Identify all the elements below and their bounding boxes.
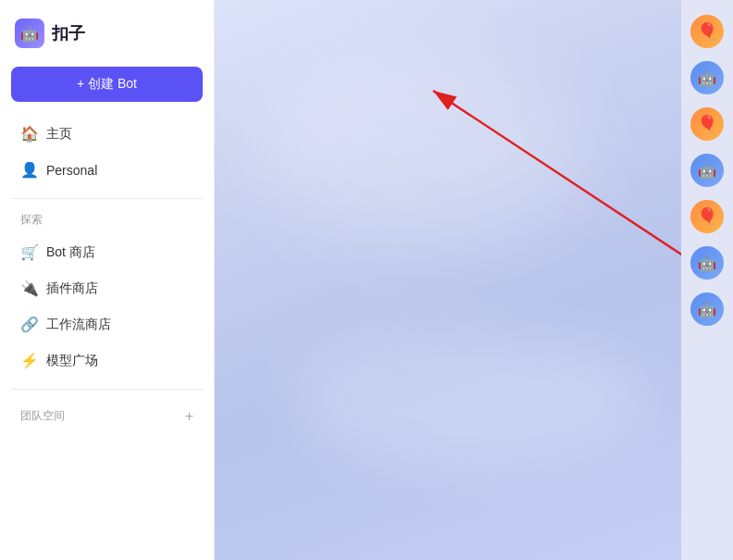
app-name: 扣子 [52, 22, 85, 44]
sidebar-item-personal-label: Personal [46, 163, 97, 178]
explore-section-label: 探索 [11, 208, 203, 231]
avatar-6[interactable]: 🤖 [690, 246, 724, 280]
sidebar-item-home[interactable]: 🏠 主页 [11, 117, 203, 151]
avatar-3[interactable]: 🎈 [690, 107, 724, 141]
main-content [215, 0, 681, 560]
avatar-5[interactable]: 🎈 [690, 200, 724, 233]
sidebar-item-model-plaza[interactable]: ⚡ 模型广场 [11, 343, 203, 378]
plugin-store-icon: 🔌 [20, 280, 39, 297]
sidebar-item-model-plaza-label: 模型广场 [46, 353, 98, 369]
svg-line-1 [433, 91, 681, 259]
sidebar-item-bot-store-label: Bot 商店 [46, 244, 95, 261]
sidebar-item-plugin-store[interactable]: 🔌 插件商店 [11, 271, 203, 305]
workflow-store-icon: 🔗 [20, 316, 39, 333]
right-panel: 🎈 🤖 🎈 🤖 🎈 🤖 🤖 [681, 0, 733, 560]
sidebar-item-workflow-store-label: 工作流商店 [46, 317, 111, 333]
sidebar-item-home-label: 主页 [46, 126, 72, 143]
bot-store-icon: 🛒 [20, 243, 39, 261]
sidebar-item-workflow-store[interactable]: 🔗 工作流商店 [11, 307, 203, 342]
app-logo-icon: 🤖 [15, 19, 44, 48]
avatar-2[interactable]: 🤖 [690, 61, 724, 94]
home-icon: 🏠 [20, 125, 39, 143]
team-space-label: 团队空间 [20, 408, 65, 424]
create-bot-button[interactable]: + 创建 Bot [11, 67, 203, 102]
logo-area: 🤖 扣子 [11, 15, 203, 52]
team-space-section: 团队空间 + [11, 403, 203, 429]
avatar-1[interactable]: 🎈 [690, 15, 724, 48]
sidebar-item-bot-store[interactable]: 🛒 Bot 商店 [11, 235, 203, 269]
sidebar: 🤖 扣子 + 创建 Bot 🏠 主页 👤 Personal 探索 🛒 Bot 商… [0, 0, 215, 560]
model-plaza-icon: ⚡ [20, 352, 39, 369]
divider-1 [11, 198, 203, 199]
team-add-button[interactable]: + [185, 409, 193, 424]
avatar-7[interactable]: 🤖 [690, 292, 724, 326]
divider-2 [11, 389, 203, 390]
avatar-4[interactable]: 🤖 [690, 154, 724, 187]
annotation-arrow [429, 0, 681, 560]
person-icon: 👤 [20, 161, 39, 179]
sidebar-item-personal[interactable]: 👤 Personal [11, 153, 203, 187]
sidebar-item-plugin-store-label: 插件商店 [46, 280, 98, 297]
